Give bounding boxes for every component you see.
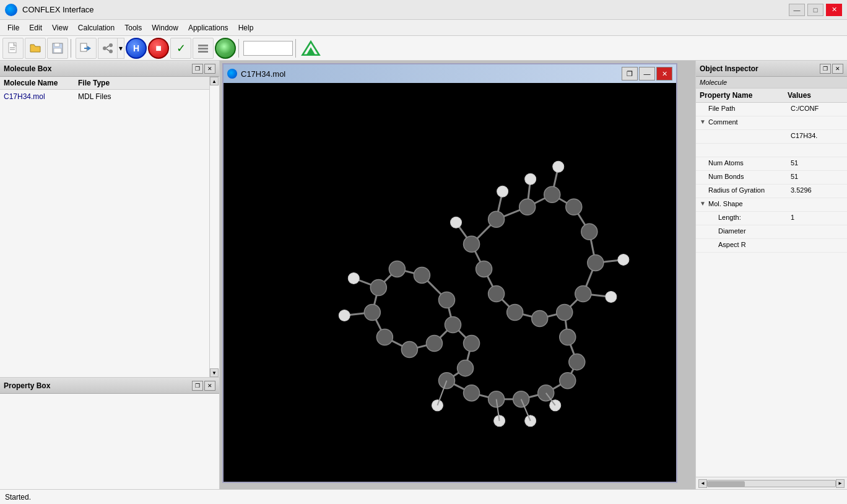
open-file-button[interactable] [25, 38, 46, 59]
mol-win-restore-btn[interactable]: ❐ [622, 67, 638, 80]
scroll-down-btn[interactable]: ▼ [210, 368, 219, 377]
molecule-table-header: Molecule Name File Type [0, 77, 209, 90]
svg-point-60 [489, 211, 505, 227]
menu-bar: File Edit View Calculation Tools Window … [0, 20, 847, 36]
menu-file[interactable]: File [2, 22, 24, 33]
molecule-window-header: C17H34.mol ❐ — ✕ [224, 64, 676, 83]
menu-applications[interactable]: Applications [183, 22, 233, 33]
oi-prop-filepath: File Path [708, 105, 791, 112]
scroll-right-btn[interactable]: ► [836, 479, 845, 488]
molecule-box-close-btn[interactable]: ✕ [204, 64, 215, 74]
close-button[interactable]: ✕ [826, 4, 842, 16]
structure-button-group[interactable]: ▾ [98, 38, 124, 59]
window-controls: — □ ✕ [789, 4, 842, 16]
app-logo [5, 4, 17, 16]
svg-rect-6 [80, 43, 87, 51]
toolbar-input[interactable] [243, 41, 293, 56]
oi-val-length: 1 [791, 214, 843, 221]
oi-scroll-thumb [708, 481, 745, 487]
scroll-left-btn[interactable]: ◄ [698, 479, 707, 488]
import-button[interactable] [76, 38, 97, 59]
structure-dropdown-arrow[interactable]: ▾ [117, 38, 124, 58]
menu-view[interactable]: View [47, 22, 73, 33]
svg-point-10 [109, 50, 113, 53]
svg-rect-15 [198, 51, 208, 53]
save-file-button[interactable] [47, 38, 68, 59]
check-button[interactable]: ✓ [170, 38, 191, 59]
molecule-table-body: C17H34.mol MDL Files [0, 90, 209, 377]
svg-point-66 [575, 285, 591, 302]
svg-point-97 [348, 272, 359, 284]
svg-point-77 [376, 329, 393, 345]
menu-calculation[interactable]: Calculation [73, 22, 119, 33]
mol-win-min-btn[interactable]: — [639, 67, 655, 80]
oi-prop-length: Length: [708, 214, 791, 221]
oi-row-comment[interactable]: ▼ Comment [696, 116, 847, 130]
toolbar-separator-2 [238, 39, 241, 58]
property-box: Property Box ❐ ✕ [0, 378, 219, 489]
svg-point-86 [560, 373, 576, 389]
toolbar-separator-3 [295, 39, 298, 58]
oi-row-numbonds: Num Bonds 51 [696, 171, 847, 185]
oi-row-numatoms: Num Atoms 51 [696, 157, 847, 171]
toolbar: ▾ H ■ ✓ [0, 36, 847, 61]
svg-point-8 [103, 46, 106, 50]
stop-button[interactable]: ■ [148, 38, 169, 59]
svg-point-72 [438, 292, 454, 308]
oi-col-val-header: Values [788, 91, 843, 100]
molecule-window: C17H34.mol ❐ — ✕ [222, 63, 677, 483]
oi-prop-molshape: Mol. Shape [708, 200, 791, 207]
mol-win-close-btn[interactable]: ✕ [656, 67, 672, 80]
conflex-button[interactable] [215, 38, 236, 59]
toolbar-separator-1 [71, 39, 73, 58]
mol-col-type-header: File Type [78, 79, 206, 87]
svg-rect-14 [198, 48, 208, 50]
property-box-content [0, 394, 219, 489]
oi-col-prop-header: Property Name [700, 91, 788, 100]
molecule-window-title: C17H34.mol [241, 69, 622, 79]
menu-help[interactable]: Help [233, 22, 259, 33]
scroll-up-btn[interactable]: ▲ [210, 77, 219, 85]
svg-point-90 [458, 360, 474, 376]
svg-point-76 [364, 304, 380, 320]
molecule-row[interactable]: C17H34.mol MDL Files [4, 91, 206, 102]
svg-point-74 [389, 261, 405, 277]
svg-rect-4 [54, 43, 59, 46]
svg-point-9 [109, 43, 113, 47]
oi-restore-btn[interactable]: ❐ [820, 64, 831, 74]
conflex-logo-button[interactable] [300, 38, 321, 59]
oi-table-header: Property Name Values [696, 89, 847, 103]
menu-tools[interactable]: Tools [119, 22, 147, 33]
property-box-restore-btn[interactable]: ❐ [192, 381, 203, 391]
molecule-box-scrollbar[interactable]: ▲ ▼ [209, 77, 219, 377]
oi-row-molshape[interactable]: ▼ Mol. Shape [696, 198, 847, 212]
oi-val-numatoms: 51 [791, 159, 843, 167]
menu-window[interactable]: Window [147, 22, 183, 33]
oi-prop-radius: Radius of Gyration [708, 186, 791, 194]
svg-point-95 [606, 291, 617, 302]
svg-line-11 [106, 46, 109, 48]
property-box-close-btn[interactable]: ✕ [204, 381, 215, 391]
molecule-box-header: Molecule Box ❐ ✕ [0, 61, 219, 77]
minimize-button[interactable]: — [789, 4, 805, 16]
new-file-button[interactable] [2, 38, 24, 59]
svg-point-87 [569, 354, 585, 370]
svg-point-73 [414, 267, 430, 283]
molecule-name: C17H34.mol [4, 92, 78, 101]
molecule-box: Molecule Box ❐ ✕ Molecule Name File Type… [0, 61, 219, 378]
molecule-box-restore-btn[interactable]: ❐ [192, 64, 203, 74]
oi-horizontal-scrollbar[interactable]: ◄ ► [696, 477, 847, 489]
stack-button[interactable] [193, 38, 214, 59]
oi-close-btn[interactable]: ✕ [832, 64, 843, 74]
oi-row-radius: Radius of Gyration 3.5296 [696, 185, 847, 198]
hydrogen-button[interactable]: H [126, 38, 147, 59]
oi-row-length: Length: 1 [696, 212, 847, 225]
svg-point-89 [464, 336, 480, 352]
menu-edit[interactable]: Edit [24, 22, 47, 33]
mol-col-name-header: Molecule Name [4, 79, 78, 87]
oi-expand-comment: ▼ [700, 118, 707, 125]
svg-point-64 [581, 224, 597, 240]
svg-point-67 [557, 304, 573, 320]
oi-prop-comment: Comment [708, 118, 791, 126]
maximize-button[interactable]: □ [807, 4, 823, 16]
